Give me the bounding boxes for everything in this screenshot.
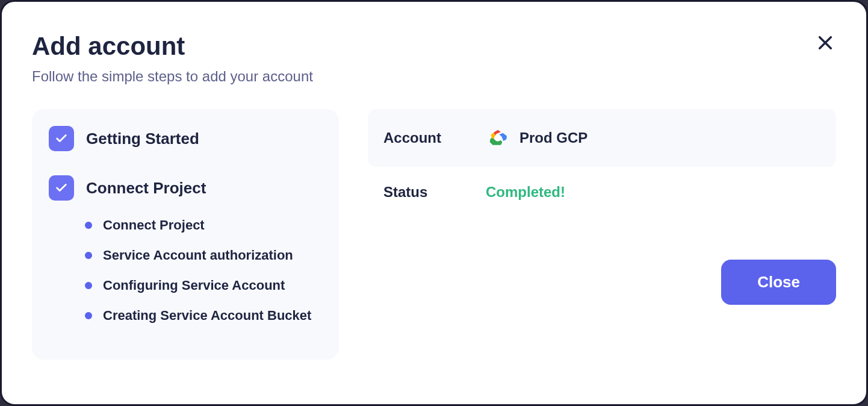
bullet-icon [85,252,92,259]
modal-title: Add account [32,32,836,61]
close-button[interactable]: Close [721,260,836,305]
detail-row-status: Status Completed! [368,167,836,217]
substeps: Connect Project Service Account authoriz… [85,217,322,323]
svg-point-2 [494,134,501,142]
modal-actions: Close [368,260,836,305]
bullet-icon [85,282,92,289]
step-checkbox-checked [49,126,74,151]
step-connect-project[interactable]: Connect Project Connect Project Service … [49,175,322,323]
substep-item[interactable]: Creating Service Account Bucket [85,308,322,323]
substep-label: Connect Project [103,217,205,233]
modal-header: Add account Follow the simple steps to a… [32,32,836,85]
steps-panel: Getting Started Connect Project Connect [32,109,339,360]
details-panel: Account Prod GCP Status Completed! [368,109,836,360]
substep-label: Creating Service Account Bucket [103,308,311,323]
step-getting-started[interactable]: Getting Started [49,126,322,151]
account-name: Prod GCP [519,130,587,146]
step-title: Getting Started [86,130,199,148]
check-icon [55,132,68,145]
step-header: Getting Started [49,126,322,151]
gcp-cloud-icon [486,126,510,150]
step-title: Connect Project [86,179,206,198]
substep-label: Service Account authorization [103,248,293,263]
substep-label: Configuring Service Account [103,278,285,293]
bullet-icon [85,312,92,319]
detail-row-account: Account Prod GCP [368,109,836,167]
substep-item[interactable]: Configuring Service Account [85,278,322,293]
substep-item[interactable]: Connect Project [85,217,322,233]
step-checkbox-checked [49,175,74,201]
step-header: Connect Project [49,175,322,201]
detail-value: Prod GCP [486,126,587,150]
modal-content: Getting Started Connect Project Connect [32,109,836,360]
detail-label: Account [383,130,486,146]
modal-subtitle: Follow the simple steps to add your acco… [32,68,836,85]
check-icon [55,181,68,195]
add-account-modal: Add account Follow the simple steps to a… [0,0,868,406]
status-value: Completed! [486,184,565,201]
close-icon [817,34,834,51]
substep-item[interactable]: Service Account authorization [85,248,322,263]
detail-label: Status [383,184,486,201]
close-icon-button[interactable] [814,32,836,54]
bullet-icon [85,222,92,229]
